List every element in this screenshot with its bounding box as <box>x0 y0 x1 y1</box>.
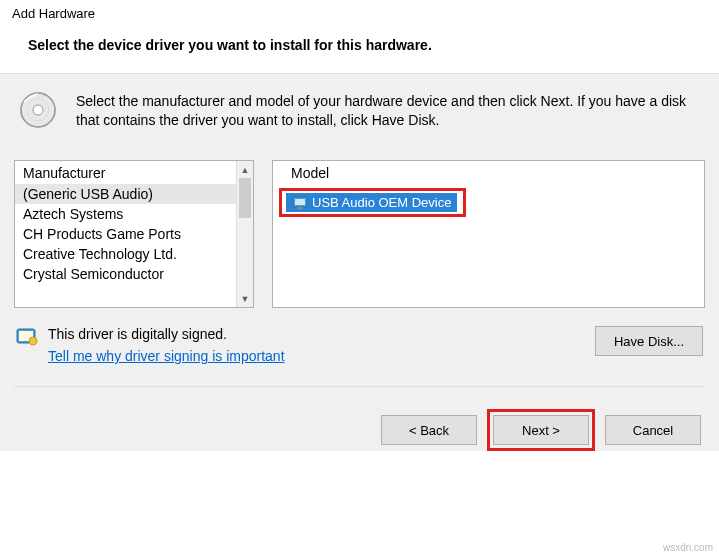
watermark: wsxdn.com <box>663 542 713 553</box>
highlight-annotation: Next > <box>487 409 595 451</box>
info-text: Select the manufacturer and model of you… <box>76 90 695 130</box>
selection-lists: Manufacturer (Generic USB Audio) Aztech … <box>0 160 719 312</box>
manufacturer-item[interactable]: Crystal Semiconductor <box>15 264 253 284</box>
manufacturer-item[interactable]: CH Products Game Ports <box>15 224 253 244</box>
certificate-icon <box>16 328 38 346</box>
scroll-down-arrow[interactable]: ▼ <box>237 290 253 307</box>
info-section: Select the manufacturer and model of you… <box>0 74 719 160</box>
wizard-footer: < Back Next > Cancel <box>0 387 719 451</box>
have-disk-button[interactable]: Have Disk... <box>595 326 703 356</box>
svg-point-3 <box>33 105 43 115</box>
model-listbox[interactable]: Model USB Audio OEM Device <box>272 160 705 308</box>
svg-rect-5 <box>295 199 305 205</box>
device-icon <box>292 196 308 210</box>
back-button[interactable]: < Back <box>381 415 477 445</box>
highlight-annotation: USB Audio OEM Device <box>279 188 466 217</box>
signing-info-link[interactable]: Tell me why driver signing is important <box>48 348 285 364</box>
cancel-button[interactable]: Cancel <box>605 415 701 445</box>
cd-drive-icon <box>18 90 58 130</box>
manufacturer-item[interactable]: (Generic USB Audio) <box>15 184 253 204</box>
signing-status: This driver is digitally signed. <box>48 326 285 342</box>
page-instruction: Select the device driver you want to ins… <box>0 23 719 73</box>
manufacturer-listbox[interactable]: Manufacturer (Generic USB Audio) Aztech … <box>14 160 254 308</box>
scroll-thumb[interactable] <box>239 178 251 218</box>
window-title: Add Hardware <box>0 0 719 23</box>
next-button[interactable]: Next > <box>493 415 589 445</box>
signing-row: This driver is digitally signed. Tell me… <box>0 312 719 370</box>
svg-rect-6 <box>297 207 303 209</box>
manufacturer-scrollbar[interactable]: ▲ ▼ <box>236 161 253 307</box>
manufacturer-item[interactable]: Aztech Systems <box>15 204 253 224</box>
scroll-up-arrow[interactable]: ▲ <box>237 161 253 178</box>
svg-point-9 <box>29 337 37 345</box>
model-header: Model <box>273 161 704 184</box>
model-item[interactable]: USB Audio OEM Device <box>286 193 457 212</box>
manufacturer-item[interactable]: Creative Technology Ltd. <box>15 244 253 264</box>
manufacturer-header: Manufacturer <box>15 161 253 184</box>
model-item-label: USB Audio OEM Device <box>312 195 451 210</box>
content-panel: Select the manufacturer and model of you… <box>0 73 719 451</box>
